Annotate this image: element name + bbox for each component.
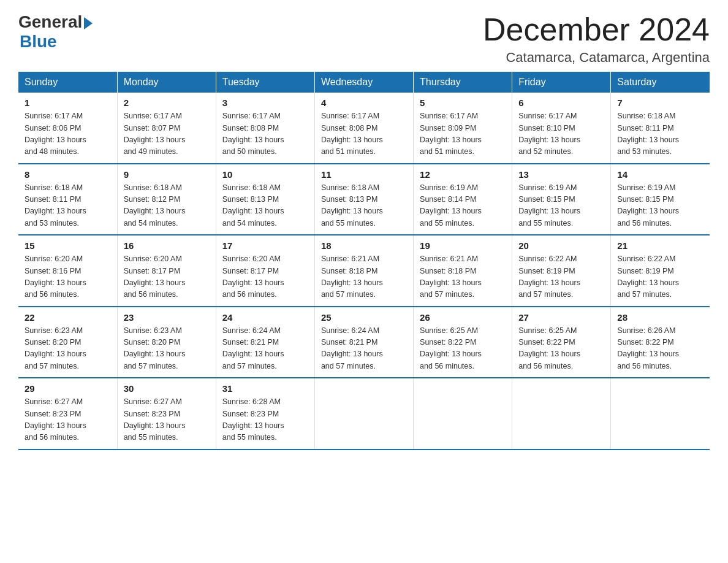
day-info: Sunrise: 6:27 AMSunset: 8:23 PMDaylight:…	[124, 396, 210, 444]
day-info: Sunrise: 6:24 AMSunset: 8:21 PMDaylight:…	[222, 325, 308, 373]
day-info: Sunrise: 6:17 AMSunset: 8:07 PMDaylight:…	[124, 110, 210, 158]
day-cell: 11Sunrise: 6:18 AMSunset: 8:13 PMDayligh…	[314, 164, 413, 236]
day-cell: 19Sunrise: 6:21 AMSunset: 8:18 PMDayligh…	[414, 235, 512, 307]
day-number: 13	[518, 169, 604, 180]
logo: General Blue	[18, 12, 93, 52]
day-number: 20	[518, 240, 604, 251]
day-cell: 4Sunrise: 6:17 AMSunset: 8:08 PMDaylight…	[314, 93, 413, 164]
day-number: 11	[321, 169, 407, 180]
header-row: SundayMondayTuesdayWednesdayThursdayFrid…	[18, 72, 710, 93]
day-cell: 26Sunrise: 6:25 AMSunset: 8:22 PMDayligh…	[414, 307, 512, 378]
day-info: Sunrise: 6:22 AMSunset: 8:19 PMDaylight:…	[617, 253, 703, 301]
page-header: General Blue December 2024 Catamarca, Ca…	[18, 12, 710, 66]
day-info: Sunrise: 6:18 AMSunset: 8:13 PMDaylight:…	[321, 182, 407, 230]
day-cell: 5Sunrise: 6:17 AMSunset: 8:09 PMDaylight…	[414, 93, 512, 164]
day-cell: 14Sunrise: 6:19 AMSunset: 8:15 PMDayligh…	[611, 164, 710, 236]
day-cell: 2Sunrise: 6:17 AMSunset: 8:07 PMDaylight…	[117, 93, 216, 164]
day-header-sunday: Sunday	[18, 72, 117, 93]
day-number: 1	[25, 98, 111, 108]
day-number: 30	[124, 383, 210, 394]
day-cell: 13Sunrise: 6:19 AMSunset: 8:15 PMDayligh…	[512, 164, 611, 236]
calendar-table: SundayMondayTuesdayWednesdayThursdayFrid…	[18, 72, 710, 450]
week-row-1: 1Sunrise: 6:17 AMSunset: 8:06 PMDaylight…	[18, 93, 710, 164]
day-header-wednesday: Wednesday	[314, 72, 413, 93]
day-info: Sunrise: 6:26 AMSunset: 8:22 PMDaylight:…	[617, 325, 703, 373]
day-info: Sunrise: 6:22 AMSunset: 8:19 PMDaylight:…	[518, 253, 604, 301]
logo-arrow-icon	[84, 17, 93, 29]
day-info: Sunrise: 6:17 AMSunset: 8:08 PMDaylight:…	[321, 110, 407, 158]
week-row-2: 8Sunrise: 6:18 AMSunset: 8:11 PMDaylight…	[18, 164, 710, 236]
day-header-friday: Friday	[512, 72, 611, 93]
day-number: 9	[124, 169, 210, 180]
week-row-5: 29Sunrise: 6:27 AMSunset: 8:23 PMDayligh…	[18, 378, 710, 450]
day-cell: 22Sunrise: 6:23 AMSunset: 8:20 PMDayligh…	[18, 307, 117, 378]
day-cell: 16Sunrise: 6:20 AMSunset: 8:17 PMDayligh…	[117, 235, 216, 307]
day-cell	[611, 378, 710, 450]
day-cell: 20Sunrise: 6:22 AMSunset: 8:19 PMDayligh…	[512, 235, 611, 307]
day-info: Sunrise: 6:21 AMSunset: 8:18 PMDaylight:…	[420, 253, 506, 301]
day-info: Sunrise: 6:25 AMSunset: 8:22 PMDaylight:…	[518, 325, 604, 373]
day-info: Sunrise: 6:19 AMSunset: 8:15 PMDaylight:…	[518, 182, 604, 230]
day-number: 4	[321, 98, 407, 108]
title-block: December 2024 Catamarca, Catamarca, Arge…	[483, 12, 710, 66]
day-cell: 6Sunrise: 6:17 AMSunset: 8:10 PMDaylight…	[512, 93, 611, 164]
day-info: Sunrise: 6:18 AMSunset: 8:12 PMDaylight:…	[124, 182, 210, 230]
day-number: 28	[617, 312, 703, 323]
day-number: 3	[222, 98, 308, 108]
day-cell	[414, 378, 512, 450]
day-cell: 1Sunrise: 6:17 AMSunset: 8:06 PMDaylight…	[18, 93, 117, 164]
day-info: Sunrise: 6:28 AMSunset: 8:23 PMDaylight:…	[222, 396, 308, 444]
day-header-saturday: Saturday	[611, 72, 710, 93]
day-cell: 27Sunrise: 6:25 AMSunset: 8:22 PMDayligh…	[512, 307, 611, 378]
day-cell: 3Sunrise: 6:17 AMSunset: 8:08 PMDaylight…	[216, 93, 314, 164]
day-info: Sunrise: 6:20 AMSunset: 8:17 PMDaylight:…	[124, 253, 210, 301]
day-info: Sunrise: 6:18 AMSunset: 8:13 PMDaylight:…	[222, 182, 308, 230]
day-info: Sunrise: 6:18 AMSunset: 8:11 PMDaylight:…	[617, 110, 703, 158]
day-info: Sunrise: 6:21 AMSunset: 8:18 PMDaylight:…	[321, 253, 407, 301]
day-number: 17	[222, 240, 308, 251]
day-number: 6	[518, 98, 604, 108]
day-cell: 15Sunrise: 6:20 AMSunset: 8:16 PMDayligh…	[18, 235, 117, 307]
day-number: 8	[25, 169, 111, 180]
day-number: 7	[617, 98, 703, 108]
day-info: Sunrise: 6:17 AMSunset: 8:08 PMDaylight:…	[222, 110, 308, 158]
day-cell: 30Sunrise: 6:27 AMSunset: 8:23 PMDayligh…	[117, 378, 216, 450]
day-info: Sunrise: 6:25 AMSunset: 8:22 PMDaylight:…	[420, 325, 506, 373]
day-header-thursday: Thursday	[414, 72, 512, 93]
day-info: Sunrise: 6:27 AMSunset: 8:23 PMDaylight:…	[25, 396, 111, 444]
day-number: 16	[124, 240, 210, 251]
day-number: 2	[124, 98, 210, 108]
day-header-monday: Monday	[117, 72, 216, 93]
day-cell: 29Sunrise: 6:27 AMSunset: 8:23 PMDayligh…	[18, 378, 117, 450]
week-row-3: 15Sunrise: 6:20 AMSunset: 8:16 PMDayligh…	[18, 235, 710, 307]
day-info: Sunrise: 6:23 AMSunset: 8:20 PMDaylight:…	[124, 325, 210, 373]
day-number: 18	[321, 240, 407, 251]
day-number: 27	[518, 312, 604, 323]
day-number: 19	[420, 240, 506, 251]
week-row-4: 22Sunrise: 6:23 AMSunset: 8:20 PMDayligh…	[18, 307, 710, 378]
day-number: 10	[222, 169, 308, 180]
day-info: Sunrise: 6:19 AMSunset: 8:14 PMDaylight:…	[420, 182, 506, 230]
day-info: Sunrise: 6:17 AMSunset: 8:10 PMDaylight:…	[518, 110, 604, 158]
day-number: 14	[617, 169, 703, 180]
day-cell: 17Sunrise: 6:20 AMSunset: 8:17 PMDayligh…	[216, 235, 314, 307]
day-number: 25	[321, 312, 407, 323]
day-number: 31	[222, 383, 308, 394]
day-info: Sunrise: 6:19 AMSunset: 8:15 PMDaylight:…	[617, 182, 703, 230]
day-cell: 21Sunrise: 6:22 AMSunset: 8:19 PMDayligh…	[611, 235, 710, 307]
day-info: Sunrise: 6:24 AMSunset: 8:21 PMDaylight:…	[321, 325, 407, 373]
day-info: Sunrise: 6:17 AMSunset: 8:06 PMDaylight:…	[25, 110, 111, 158]
day-number: 12	[420, 169, 506, 180]
day-number: 15	[25, 240, 111, 251]
day-info: Sunrise: 6:18 AMSunset: 8:11 PMDaylight:…	[25, 182, 111, 230]
day-number: 26	[420, 312, 506, 323]
month-title: December 2024	[483, 12, 710, 47]
day-cell: 8Sunrise: 6:18 AMSunset: 8:11 PMDaylight…	[18, 164, 117, 236]
day-number: 24	[222, 312, 308, 323]
day-info: Sunrise: 6:20 AMSunset: 8:16 PMDaylight:…	[25, 253, 111, 301]
day-header-tuesday: Tuesday	[216, 72, 314, 93]
logo-blue-text: Blue	[20, 32, 57, 52]
location-title: Catamarca, Catamarca, Argentina	[483, 50, 710, 66]
day-cell: 12Sunrise: 6:19 AMSunset: 8:14 PMDayligh…	[414, 164, 512, 236]
day-cell: 9Sunrise: 6:18 AMSunset: 8:12 PMDaylight…	[117, 164, 216, 236]
